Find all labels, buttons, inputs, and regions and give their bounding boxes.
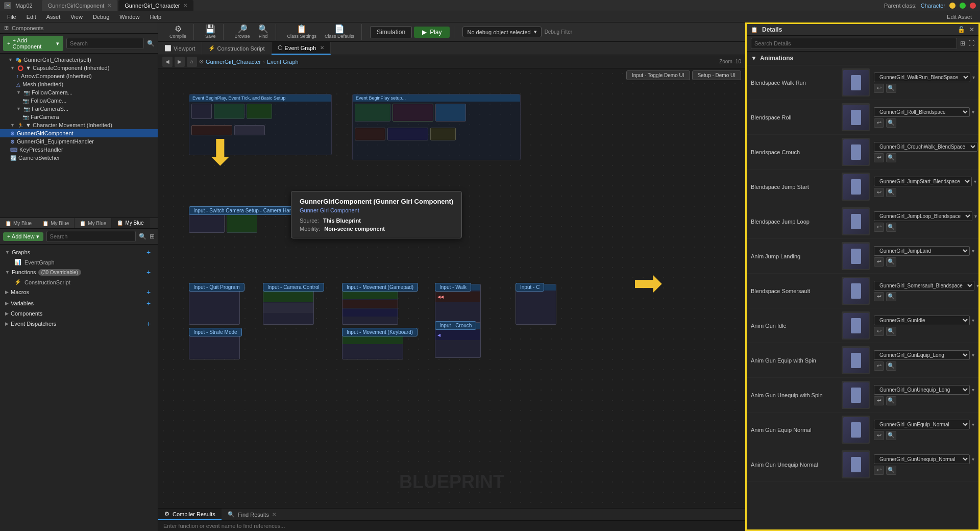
compile-button[interactable]: ⚙ Compile [166, 24, 189, 40]
menu-window[interactable]: Window [115, 13, 143, 21]
anim-reset-btn-9[interactable]: ↩ [874, 396, 884, 405]
breadcrumb-part1[interactable]: GunnerGirl_Character [206, 59, 261, 65]
anim-dropdown-7[interactable]: GunnerGirl_GunIdle [874, 316, 970, 325]
anim-dropdown-10[interactable]: GunnerGirl_GunEquip_Normal [874, 420, 970, 429]
animations-collapse-icon[interactable]: ▼ [751, 55, 757, 62]
anim-reset-btn-5[interactable]: ↩ [874, 257, 884, 267]
anim-dropdown-9[interactable]: GunnerGirl_GunUnequip_Long [874, 385, 970, 395]
event-graph-item[interactable]: 📊 EventGraph [2, 258, 156, 267]
menu-debug[interactable]: Debug [89, 13, 113, 21]
add-component-button[interactable]: + + Add Component ▾ [3, 36, 63, 51]
anim-dropdown-2[interactable]: GunnerGirl_CrouchWalk_BlendSpace [874, 142, 977, 152]
construction-script-item[interactable]: ⚡ ConstructionScript [2, 278, 156, 286]
anim-search-btn-10[interactable]: 🔍 [886, 431, 896, 440]
anim-dropdown-8[interactable]: GunnerGirl_GunEquip_Long [874, 350, 970, 360]
anim-dropdown-1[interactable]: GunnerGirl_Roll_Blendspace [874, 107, 970, 117]
class-settings-button[interactable]: 📋 Class Settings [284, 24, 320, 40]
find-results-tab[interactable]: 🔍 Find Results ✕ [222, 509, 282, 520]
tab-viewport[interactable]: ⬜ Viewport [158, 42, 202, 55]
details-expand-button[interactable]: ⛶ [968, 38, 974, 49]
anim-reset-btn-2[interactable]: ↩ [874, 153, 884, 162]
tab-construction-script[interactable]: ⚡ Construction Script [202, 42, 272, 55]
anim-search-btn-5[interactable]: 🔍 [886, 257, 896, 267]
lower-search-input[interactable] [46, 231, 136, 242]
my-blue-tab-3[interactable]: 📋 My Blue [75, 218, 112, 228]
anim-search-btn-8[interactable]: 🔍 [886, 361, 896, 371]
debug-object-selector[interactable]: No debug object selected ▾ [462, 27, 541, 37]
anim-search-btn-0[interactable]: 🔍 [886, 84, 896, 93]
tree-item-keypresshandler[interactable]: ⌨ KeyPressHandler [0, 146, 158, 154]
anim-search-btn-9[interactable]: 🔍 [886, 396, 896, 405]
anim-reset-btn-11[interactable]: ↩ [874, 466, 884, 475]
anim-reset-btn-1[interactable]: ↩ [874, 118, 884, 128]
minimize-button[interactable] [949, 3, 955, 9]
anim-search-btn-11[interactable]: 🔍 [886, 466, 896, 475]
tree-item-self[interactable]: ▼ 🎭 GunnerGirl_Character(self) [0, 56, 158, 64]
my-blue-tab-1[interactable]: 📋 My Blue [0, 218, 37, 228]
anim-dropdown-4[interactable]: GunnerGirl_JumpLoop_Blendspace [874, 211, 972, 221]
tab-gunnergirl-component[interactable]: GunnerGirlComponent ✕ [42, 0, 118, 11]
anim-dropdown-0[interactable]: GunnerGirl_WalkRun_BlendSpace [874, 73, 970, 82]
breadcrumb-part2[interactable]: Event Graph [267, 59, 299, 65]
node-movement-gamepad[interactable]: Input - Movement (Gamepad) [342, 283, 398, 325]
tree-item-equip[interactable]: ⚙ GunnerGirl_EquipmentHandler [0, 137, 158, 146]
details-close-button[interactable]: ✕ [969, 26, 974, 33]
compiler-results-tab[interactable]: ⚙ Compiler Results [158, 509, 222, 520]
anim-reset-btn-8[interactable]: ↩ [874, 361, 884, 371]
anim-dropdown-6[interactable]: GunnerGirl_Somersault_Blendspace [874, 281, 974, 291]
variables-section-header[interactable]: ▶ Variables + [2, 298, 156, 309]
canvas-tab-setup-demo[interactable]: Setup - Demo UI [692, 70, 741, 80]
details-grid-view-button[interactable]: ⊞ [960, 38, 965, 49]
menu-view[interactable]: View [66, 13, 87, 21]
macros-add-button[interactable]: + [144, 288, 153, 296]
node-movement-keyboard[interactable]: Input - Movement (Keyboard) [342, 328, 403, 359]
tab-close-active-icon[interactable]: ✕ [183, 3, 187, 8]
tree-item-cameraswitcher[interactable]: 🔄 CameraSwitcher [0, 154, 158, 162]
event-dispatchers-add-button[interactable]: + [144, 320, 153, 328]
anim-reset-btn-3[interactable]: ↩ [874, 188, 884, 197]
anim-reset-btn-0[interactable]: ↩ [874, 84, 884, 93]
save-button[interactable]: 💾 Save [202, 24, 219, 40]
tree-item-arrow[interactable]: ↑ ArrowComponent (Inherited) [0, 72, 158, 80]
lower-search-button[interactable]: 🔍 [139, 233, 146, 240]
component-search-input[interactable] [66, 38, 144, 49]
browse-button[interactable]: 🔎 Browse [232, 24, 253, 40]
node-input-c[interactable]: Input - C [516, 283, 556, 325]
blueprint-canvas[interactable]: Input - Toggle Demo UI Setup - Demo UI ⬇… [158, 68, 745, 508]
macros-section-header[interactable]: ▶ Macros + [2, 286, 156, 298]
functions-section-header[interactable]: ▼ Functions (30 Overridable) + [2, 267, 156, 278]
anim-reset-btn-6[interactable]: ↩ [874, 292, 884, 301]
node-camera-control[interactable]: Input - Camera Control [263, 283, 314, 325]
node-crouch[interactable]: Input - Crouch ◀ [435, 321, 481, 358]
menu-help[interactable]: Help [145, 13, 165, 21]
anim-search-btn-6[interactable]: 🔍 [886, 292, 896, 301]
anim-dropdown-5[interactable]: GunnerGirl_JumpLand [874, 246, 970, 256]
tab-gunnergirl-character[interactable]: GunnerGirl_Character ✕ [118, 0, 193, 11]
find-button[interactable]: 🔍 Find [255, 24, 272, 40]
anim-reset-btn-4[interactable]: ↩ [874, 223, 884, 232]
tab-close-icon[interactable]: ✕ [107, 3, 111, 8]
anim-dropdown-11[interactable]: GunnerGirl_GunUnequip_Normal [874, 454, 970, 464]
close-button[interactable] [970, 3, 976, 9]
tree-item-mesh[interactable]: △ Mesh (Inherited) [0, 80, 158, 88]
node-camera-handler[interactable]: Input - Switch Camera Setup - Camera Han… [189, 206, 257, 233]
functions-add-button[interactable]: + [144, 268, 153, 276]
node-quit-program[interactable]: Input - Quit Program [189, 283, 240, 325]
tree-item-farcamera[interactable]: 📷 FarCamera [0, 113, 158, 121]
anim-dropdown-3[interactable]: GunnerGirl_JumpStart_Blendspace [874, 177, 972, 186]
tree-item-followcamera1[interactable]: ▼ 📷 FollowCamera... [0, 88, 158, 96]
graphs-add-button[interactable]: + [144, 248, 153, 256]
anim-search-btn-3[interactable]: 🔍 [886, 188, 896, 197]
lower-view-options-button[interactable]: ⊞ [150, 233, 155, 240]
add-new-button[interactable]: + Add New ▾ [3, 232, 43, 241]
event-dispatchers-section-header[interactable]: ▶ Event Dispatchers + [2, 318, 156, 329]
maximize-button[interactable] [960, 3, 966, 9]
my-blue-tab-2[interactable]: 📋 My Blue [37, 218, 75, 228]
graphs-section-header[interactable]: ▼ Graphs + [2, 247, 156, 258]
nav-home-button[interactable]: ⌂ [187, 57, 197, 67]
anim-reset-btn-7[interactable]: ↩ [874, 327, 884, 336]
menu-edit[interactable]: Edit [22, 13, 40, 21]
anim-search-btn-7[interactable]: 🔍 [886, 327, 896, 336]
components-section-header[interactable]: ▶ Components [2, 309, 156, 318]
menu-file[interactable]: File [3, 13, 20, 21]
